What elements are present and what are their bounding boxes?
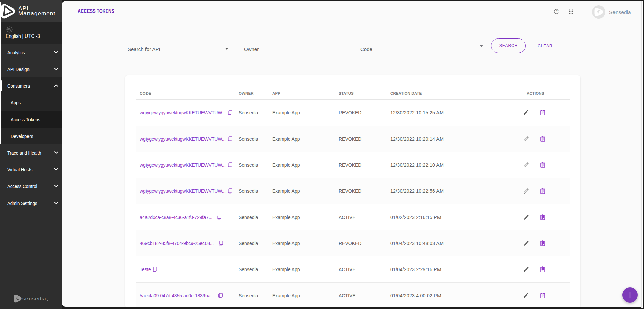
svg-text:?: ? <box>556 10 558 13</box>
